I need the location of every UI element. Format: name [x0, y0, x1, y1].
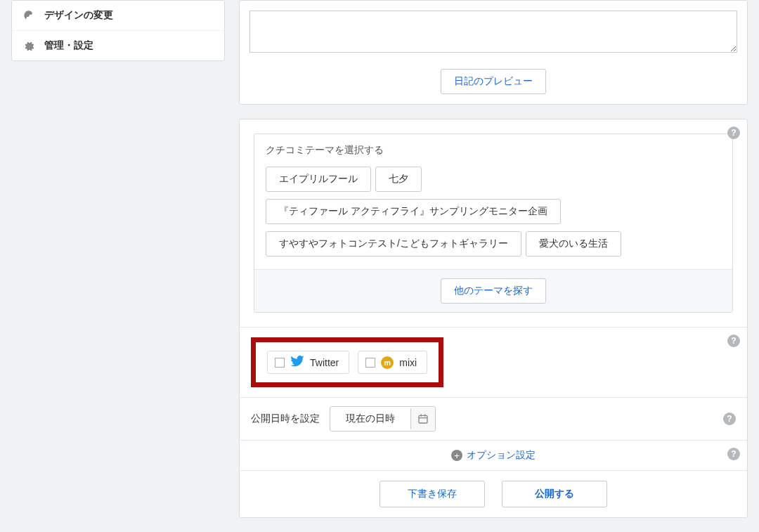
datetime-section: 公開日時を設定 現在の日時 ? — [240, 397, 747, 440]
twitter-icon — [290, 356, 304, 369]
publish-button[interactable]: 公開する — [502, 481, 607, 507]
final-actions: 下書き保存 公開する — [240, 470, 747, 517]
sidebar-item-label: 管理・設定 — [44, 39, 93, 52]
svg-point-0 — [26, 14, 27, 15]
save-draft-button[interactable]: 下書き保存 — [379, 481, 485, 507]
sidebar-item-settings[interactable]: 管理・設定 — [12, 31, 224, 60]
theme-chip[interactable]: エイプリルフール — [266, 167, 371, 192]
editor-panel: 日記のプレビュー — [239, 0, 748, 105]
share-label: Twitter — [310, 357, 339, 368]
checkbox[interactable] — [275, 358, 285, 368]
publish-panel: ? クチコミテーマを選択する エイプリルフール 七夕 『ティファール アクティフ… — [239, 119, 748, 518]
help-icon[interactable]: ? — [727, 126, 740, 139]
more-themes-button[interactable]: 他のテーマを探す — [441, 278, 546, 304]
share-twitter[interactable]: Twitter — [267, 351, 349, 374]
datetime-field[interactable]: 現在の日時 — [330, 406, 436, 432]
svg-rect-5 — [421, 414, 422, 416]
theme-chip[interactable]: 愛犬のいる生活 — [526, 231, 621, 257]
mixi-icon: m — [381, 356, 394, 369]
help-icon[interactable]: ? — [727, 448, 740, 460]
checkbox[interactable] — [365, 358, 375, 368]
svg-rect-6 — [424, 414, 425, 416]
themes-section: ? クチコミテーマを選択する エイプリルフール 七夕 『ティファール アクティフ… — [240, 119, 747, 327]
sidebar-item-label: デザインの変更 — [44, 9, 113, 22]
options-label: オプション設定 — [467, 449, 536, 462]
plus-icon: + — [451, 450, 462, 461]
share-section: ? Twitter m mixi — [240, 327, 747, 397]
calendar-icon[interactable] — [410, 408, 435, 429]
gear-icon — [23, 40, 34, 51]
share-label: mixi — [399, 357, 417, 368]
options-toggle[interactable]: + オプション設定 — [451, 449, 536, 462]
datetime-label: 公開日時を設定 — [251, 413, 321, 425]
datetime-value: 現在の日時 — [330, 407, 410, 431]
svg-point-2 — [30, 13, 32, 15]
svg-rect-3 — [419, 415, 427, 423]
svg-point-1 — [27, 13, 29, 14]
theme-chip[interactable]: 『ティファール アクティフライ』サンプリングモニター企画 — [266, 199, 561, 224]
preview-button[interactable]: 日記のプレビュー — [441, 69, 546, 94]
themes-heading: クチコミテーマを選択する — [254, 134, 732, 164]
highlight-annotation: Twitter m mixi — [251, 337, 443, 387]
share-mixi[interactable]: m mixi — [358, 351, 427, 374]
sidebar-item-design[interactable]: デザインの変更 — [12, 1, 224, 31]
theme-chip[interactable]: 七夕 — [375, 167, 422, 192]
sidebar: デザインの変更 管理・設定 — [11, 0, 225, 532]
options-section: ? + オプション設定 — [240, 440, 747, 470]
theme-chip[interactable]: すやすやフォトコンテスト/こどもフォトギャラリー — [266, 231, 521, 257]
palette-icon — [23, 10, 34, 21]
help-icon[interactable]: ? — [727, 335, 740, 347]
help-icon[interactable]: ? — [723, 413, 736, 425]
diary-body-textarea[interactable] — [249, 11, 737, 53]
main-content: 日記のプレビュー ? クチコミテーマを選択する エイプリルフール 七夕 『ティフ… — [239, 0, 748, 532]
